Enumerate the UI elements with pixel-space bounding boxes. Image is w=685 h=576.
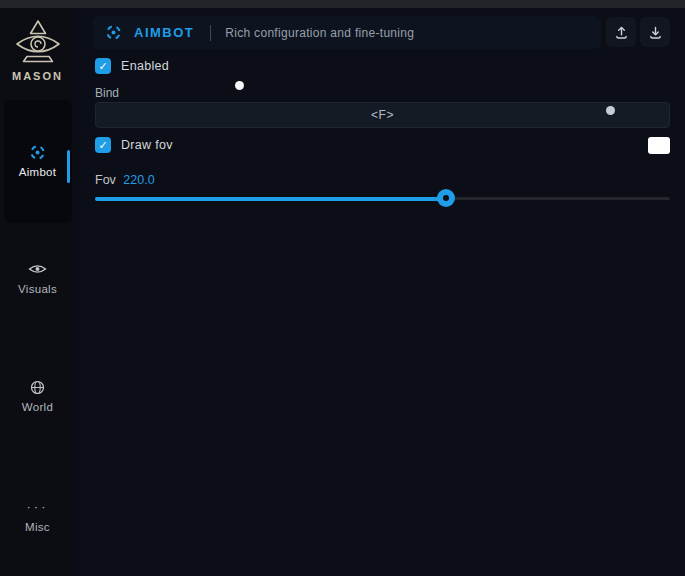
mason-logo: MASON (0, 18, 75, 82)
draw-fov-row: Draw fov (95, 137, 173, 153)
fov-value: 220.0 (123, 173, 154, 187)
section-header: AIMBOT Rich configuration and fine-tunin… (93, 16, 601, 49)
fov-label-row: Fov 220.0 (95, 173, 155, 187)
sidebar-item-label: Misc (0, 521, 75, 533)
download-icon (648, 25, 663, 40)
draw-fov-label: Draw fov (121, 138, 173, 152)
fov-slider[interactable] (95, 188, 670, 208)
export-config-button[interactable] (606, 17, 636, 47)
enabled-checkbox[interactable] (95, 58, 111, 74)
sidebar-item-misc[interactable]: ··· Misc (0, 498, 75, 533)
bind-field-dot (606, 106, 615, 115)
import-config-button[interactable] (640, 17, 670, 47)
app-window: MASON Aimbot Visuals (0, 0, 685, 576)
mason-eye-logo-icon (0, 18, 75, 68)
header-divider (210, 25, 211, 41)
sidebar-item-label: World (0, 401, 75, 413)
eye-icon (0, 260, 75, 278)
draw-fov-checkbox[interactable] (95, 137, 111, 153)
bind-label: Bind (95, 86, 119, 100)
fov-color-swatch[interactable] (648, 137, 670, 154)
fov-slider-fill (95, 197, 446, 201)
section-title: AIMBOT (134, 25, 194, 40)
fov-slider-handle[interactable] (437, 189, 455, 207)
bind-input[interactable]: <F> (95, 102, 670, 128)
logo-label: MASON (0, 70, 75, 82)
fov-label: Fov (95, 173, 116, 187)
crosshair-icon (105, 24, 122, 41)
crosshair-icon (0, 143, 75, 161)
globe-icon (0, 378, 75, 396)
window-top-edge (0, 0, 685, 8)
upload-icon (614, 25, 629, 40)
sidebar-item-visuals[interactable]: Visuals (0, 260, 75, 295)
main-panel: AIMBOT Rich configuration and fine-tunin… (75, 8, 685, 576)
bind-value: <F> (371, 108, 394, 122)
sidebar-item-world[interactable]: World (0, 378, 75, 413)
sidebar-item-label: Visuals (0, 283, 75, 295)
sidebar: MASON Aimbot Visuals (0, 8, 75, 576)
sidebar-item-aimbot[interactable]: Aimbot (0, 143, 75, 178)
sidebar-item-label: Aimbot (0, 166, 75, 178)
enabled-row: Enabled (95, 58, 169, 74)
cursor-dot (235, 81, 244, 90)
section-subtitle: Rich configuration and fine-tuning (225, 26, 414, 40)
ellipsis-icon: ··· (0, 498, 75, 516)
enabled-label: Enabled (121, 59, 169, 73)
